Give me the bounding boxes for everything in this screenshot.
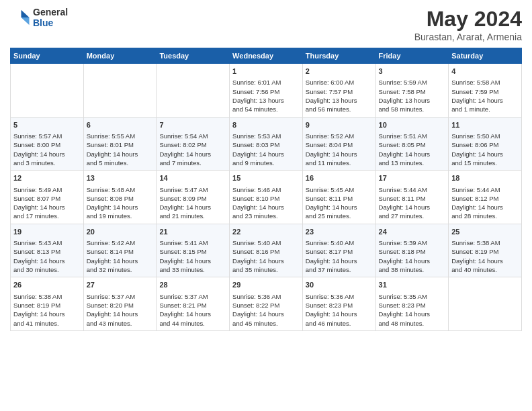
day-number: 15 xyxy=(232,173,300,183)
calendar-cell: 15Sunrise: 5:46 AM Sunset: 8:10 PM Dayli… xyxy=(230,171,303,224)
calendar-cell: 2Sunrise: 6:00 AM Sunset: 7:57 PM Daylig… xyxy=(302,64,375,118)
day-detail: Sunrise: 5:48 AM Sunset: 8:08 PM Dayligh… xyxy=(87,185,154,221)
calendar-cell: 31Sunrise: 5:35 AM Sunset: 8:23 PM Dayli… xyxy=(375,277,449,331)
day-detail: Sunrise: 5:42 AM Sunset: 8:14 PM Dayligh… xyxy=(87,238,154,274)
calendar-cell: 18Sunrise: 5:44 AM Sunset: 8:12 PM Dayli… xyxy=(449,171,522,224)
calendar-cell: 17Sunrise: 5:44 AM Sunset: 8:11 PM Dayli… xyxy=(375,171,449,224)
calendar-cell: 9Sunrise: 5:52 AM Sunset: 8:04 PM Daylig… xyxy=(302,117,375,171)
day-number: 20 xyxy=(87,227,154,237)
calendar-cell: 4Sunrise: 5:58 AM Sunset: 7:59 PM Daylig… xyxy=(449,64,522,118)
day-number: 4 xyxy=(451,66,519,77)
calendar-cell: 22Sunrise: 5:40 AM Sunset: 8:16 PM Dayli… xyxy=(230,224,303,277)
day-detail: Sunrise: 5:39 AM Sunset: 8:18 PM Dayligh… xyxy=(379,238,446,274)
calendar-cell xyxy=(83,64,157,118)
day-number: 25 xyxy=(451,227,519,237)
day-detail: Sunrise: 5:44 AM Sunset: 8:12 PM Dayligh… xyxy=(451,185,519,221)
day-detail: Sunrise: 5:54 AM Sunset: 8:02 PM Dayligh… xyxy=(159,132,226,167)
page-header: General Blue May 2024 Burastan, Ararat, … xyxy=(10,7,522,42)
calendar-cell: 25Sunrise: 5:38 AM Sunset: 8:19 PM Dayli… xyxy=(449,224,522,277)
day-number: 29 xyxy=(232,280,300,290)
day-detail: Sunrise: 5:52 AM Sunset: 8:04 PM Dayligh… xyxy=(306,132,373,167)
col-header-tuesday: Tuesday xyxy=(157,48,230,64)
logo-icon xyxy=(10,7,30,28)
day-detail: Sunrise: 5:43 AM Sunset: 8:13 PM Dayligh… xyxy=(13,238,81,274)
day-number: 3 xyxy=(379,66,446,77)
calendar-week-row: 5Sunrise: 5:57 AM Sunset: 8:00 PM Daylig… xyxy=(11,117,522,171)
calendar-cell: 14Sunrise: 5:47 AM Sunset: 8:09 PM Dayli… xyxy=(157,171,230,224)
day-detail: Sunrise: 5:37 AM Sunset: 8:21 PM Dayligh… xyxy=(159,292,226,328)
calendar-cell: 26Sunrise: 5:38 AM Sunset: 8:19 PM Dayli… xyxy=(11,277,84,331)
calendar-header-row: SundayMondayTuesdayWednesdayThursdayFrid… xyxy=(11,48,522,64)
title-section: May 2024 Burastan, Ararat, Armenia xyxy=(414,7,522,42)
calendar-cell: 27Sunrise: 5:37 AM Sunset: 8:20 PM Dayli… xyxy=(83,277,157,331)
calendar-cell: 7Sunrise: 5:54 AM Sunset: 8:02 PM Daylig… xyxy=(157,117,230,171)
calendar-cell: 5Sunrise: 5:57 AM Sunset: 8:00 PM Daylig… xyxy=(11,117,84,171)
day-number: 27 xyxy=(87,280,154,290)
col-header-friday: Friday xyxy=(375,48,449,64)
day-number: 1 xyxy=(232,66,300,77)
day-detail: Sunrise: 5:47 AM Sunset: 8:09 PM Dayligh… xyxy=(159,185,226,221)
day-detail: Sunrise: 5:40 AM Sunset: 8:17 PM Dayligh… xyxy=(306,238,373,274)
calendar-cell xyxy=(11,64,84,118)
calendar-cell: 10Sunrise: 5:51 AM Sunset: 8:05 PM Dayli… xyxy=(375,117,449,171)
calendar-cell: 12Sunrise: 5:49 AM Sunset: 8:07 PM Dayli… xyxy=(11,171,84,224)
day-detail: Sunrise: 5:58 AM Sunset: 7:59 PM Dayligh… xyxy=(451,78,519,113)
day-number: 31 xyxy=(379,280,446,290)
day-detail: Sunrise: 5:44 AM Sunset: 8:11 PM Dayligh… xyxy=(379,185,446,221)
col-header-wednesday: Wednesday xyxy=(230,48,303,64)
main-title: May 2024 xyxy=(414,7,522,32)
calendar-cell: 28Sunrise: 5:37 AM Sunset: 8:21 PM Dayli… xyxy=(157,277,230,331)
logo-general-text: General xyxy=(33,7,68,17)
day-number: 21 xyxy=(159,227,226,237)
col-header-thursday: Thursday xyxy=(302,48,375,64)
day-number: 30 xyxy=(306,280,373,290)
day-number: 23 xyxy=(306,227,373,237)
day-detail: Sunrise: 5:35 AM Sunset: 8:23 PM Dayligh… xyxy=(379,292,446,328)
day-detail: Sunrise: 5:51 AM Sunset: 8:05 PM Dayligh… xyxy=(379,132,446,167)
subtitle: Burastan, Ararat, Armenia xyxy=(414,32,522,42)
day-number: 10 xyxy=(379,120,446,130)
day-number: 28 xyxy=(159,280,226,290)
day-number: 8 xyxy=(232,120,300,130)
calendar-week-row: 1Sunrise: 6:01 AM Sunset: 7:56 PM Daylig… xyxy=(11,64,522,118)
day-number: 26 xyxy=(13,280,81,290)
calendar-week-row: 26Sunrise: 5:38 AM Sunset: 8:19 PM Dayli… xyxy=(11,277,522,331)
calendar-week-row: 12Sunrise: 5:49 AM Sunset: 8:07 PM Dayli… xyxy=(11,171,522,224)
day-number: 24 xyxy=(379,227,446,237)
day-number: 5 xyxy=(13,120,81,130)
day-detail: Sunrise: 5:41 AM Sunset: 8:15 PM Dayligh… xyxy=(159,238,226,274)
calendar-cell: 8Sunrise: 5:53 AM Sunset: 8:03 PM Daylig… xyxy=(230,117,303,171)
day-detail: Sunrise: 5:38 AM Sunset: 8:19 PM Dayligh… xyxy=(13,292,81,328)
logo-blue-text: Blue xyxy=(33,17,68,28)
logo: General Blue xyxy=(10,7,68,28)
day-number: 12 xyxy=(13,173,81,183)
day-number: 13 xyxy=(87,173,154,183)
day-number: 16 xyxy=(306,173,373,183)
calendar-cell: 19Sunrise: 5:43 AM Sunset: 8:13 PM Dayli… xyxy=(11,224,84,277)
col-header-sunday: Sunday xyxy=(11,48,84,64)
calendar-cell xyxy=(157,64,230,118)
calendar-cell: 13Sunrise: 5:48 AM Sunset: 8:08 PM Dayli… xyxy=(83,171,157,224)
day-detail: Sunrise: 5:53 AM Sunset: 8:03 PM Dayligh… xyxy=(232,132,300,167)
calendar-cell: 23Sunrise: 5:40 AM Sunset: 8:17 PM Dayli… xyxy=(302,224,375,277)
day-number: 18 xyxy=(451,173,519,183)
day-detail: Sunrise: 5:36 AM Sunset: 8:22 PM Dayligh… xyxy=(232,292,300,328)
day-number: 19 xyxy=(13,227,81,237)
day-number: 2 xyxy=(306,66,373,77)
logo-text: General Blue xyxy=(33,7,68,28)
day-detail: Sunrise: 5:38 AM Sunset: 8:19 PM Dayligh… xyxy=(451,238,519,274)
calendar-cell: 6Sunrise: 5:55 AM Sunset: 8:01 PM Daylig… xyxy=(83,117,157,171)
day-number: 22 xyxy=(232,227,300,237)
calendar-cell: 3Sunrise: 5:59 AM Sunset: 7:58 PM Daylig… xyxy=(375,64,449,118)
day-number: 17 xyxy=(379,173,446,183)
page-container: General Blue May 2024 Burastan, Ararat, … xyxy=(0,0,532,411)
day-number: 7 xyxy=(159,120,226,130)
calendar-cell: 29Sunrise: 5:36 AM Sunset: 8:22 PM Dayli… xyxy=(230,277,303,331)
col-header-saturday: Saturday xyxy=(449,48,522,64)
calendar-cell: 30Sunrise: 5:36 AM Sunset: 8:23 PM Dayli… xyxy=(302,277,375,331)
calendar-cell xyxy=(449,277,522,331)
calendar-cell: 11Sunrise: 5:50 AM Sunset: 8:06 PM Dayli… xyxy=(449,117,522,171)
calendar-cell: 1Sunrise: 6:01 AM Sunset: 7:56 PM Daylig… xyxy=(230,64,303,118)
day-detail: Sunrise: 5:55 AM Sunset: 8:01 PM Dayligh… xyxy=(87,132,154,167)
day-detail: Sunrise: 5:37 AM Sunset: 8:20 PM Dayligh… xyxy=(87,292,154,328)
